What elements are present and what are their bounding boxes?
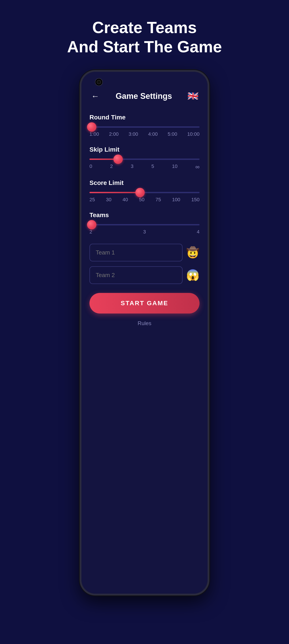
teams-slider-labels: 2 3 4 (90, 229, 200, 235)
round-time-labels: 1:00 2:00 3:00 4:00 5:00 10:00 (90, 131, 200, 137)
round-time-label-4: 4:00 (148, 131, 158, 137)
round-time-label-3: 3:00 (128, 131, 138, 137)
round-time-label: Round Time (90, 114, 200, 121)
phone-mockup: ← Game Settings 🇬🇧 Round Time 1:00 2: (80, 70, 209, 596)
teams-label-3: 3 (143, 229, 146, 235)
teams-section: Teams 2 3 4 (90, 212, 200, 235)
score-limit-label-40: 40 (122, 197, 128, 202)
score-limit-label-75: 75 (156, 197, 161, 202)
score-limit-track (90, 192, 200, 193)
skip-limit-label-0: 0 (90, 164, 92, 170)
round-time-section: Round Time 1:00 2:00 3:00 4:00 5:00 10:0… (90, 114, 200, 137)
teams-track (90, 224, 200, 226)
phone-camera (95, 78, 103, 86)
score-limit-section: Score Limit 25 30 40 50 75 100 150 (90, 179, 200, 202)
round-time-track (90, 126, 200, 128)
flag-icon[interactable]: 🇬🇧 (186, 90, 200, 103)
team-1-input[interactable] (90, 244, 182, 262)
skip-limit-track (90, 158, 200, 160)
page-title: Create Teams And Start The Game (67, 18, 222, 56)
team-1-row: 🤠 (90, 244, 200, 262)
round-time-label-5: 5:00 (168, 131, 178, 137)
score-limit-label-25: 25 (90, 197, 95, 202)
start-game-button[interactable]: START GAME (90, 293, 200, 314)
page-header: Create Teams And Start The Game (67, 0, 222, 56)
score-limit-label-100: 100 (172, 197, 180, 202)
score-limit-label: Score Limit (90, 179, 200, 186)
phone-screen: ← Game Settings 🇬🇧 Round Time 1:00 2: (82, 72, 208, 594)
team-inputs: 🤠 😱 (90, 244, 200, 284)
skip-limit-label-inf: ∞ (195, 164, 200, 170)
skip-limit-label-5: 5 (152, 164, 154, 170)
teams-slider[interactable] (90, 224, 200, 226)
score-limit-slider[interactable] (90, 192, 200, 193)
teams-thumb[interactable] (87, 220, 96, 230)
team-2-input[interactable] (90, 266, 182, 284)
skip-limit-labels: 0 2 3 5 10 ∞ (90, 164, 200, 170)
skip-limit-label: Skip Limit (90, 146, 200, 153)
skip-limit-label-10: 10 (172, 164, 178, 170)
score-limit-label-30: 30 (106, 197, 112, 202)
round-time-thumb[interactable] (87, 122, 96, 132)
teams-label-4: 4 (197, 229, 200, 235)
back-button[interactable]: ← (90, 90, 101, 103)
screen-header: ← Game Settings 🇬🇧 (90, 90, 200, 103)
team-2-row: 😱 (90, 266, 200, 284)
round-time-label-2: 2:00 (109, 131, 118, 137)
score-limit-label-150: 150 (191, 197, 200, 202)
phone-side-button (208, 161, 209, 184)
skip-limit-label-2: 2 (110, 164, 113, 170)
score-limit-label-50: 50 (139, 197, 144, 202)
teams-label-2: 2 (90, 229, 92, 235)
teams-label: Teams (90, 212, 200, 219)
score-limit-thumb[interactable] (135, 188, 145, 197)
skip-limit-label-3: 3 (131, 164, 133, 170)
round-time-label-6: 10:00 (187, 131, 200, 137)
team-2-emoji: 😱 (186, 269, 200, 281)
skip-limit-thumb[interactable] (114, 154, 123, 164)
rules-link[interactable]: Rules (90, 320, 200, 326)
skip-limit-slider[interactable] (90, 158, 200, 160)
round-time-slider[interactable] (90, 126, 200, 128)
score-limit-fill (90, 192, 140, 193)
screen-title: Game Settings (116, 92, 172, 101)
team-1-emoji: 🤠 (186, 246, 200, 259)
score-limit-labels: 25 30 40 50 75 100 150 (90, 197, 200, 202)
round-time-label-1: 1:00 (90, 131, 99, 137)
skip-limit-section: Skip Limit 0 2 3 5 10 ∞ (90, 146, 200, 170)
phone-outer: ← Game Settings 🇬🇧 Round Time 1:00 2: (80, 70, 209, 596)
